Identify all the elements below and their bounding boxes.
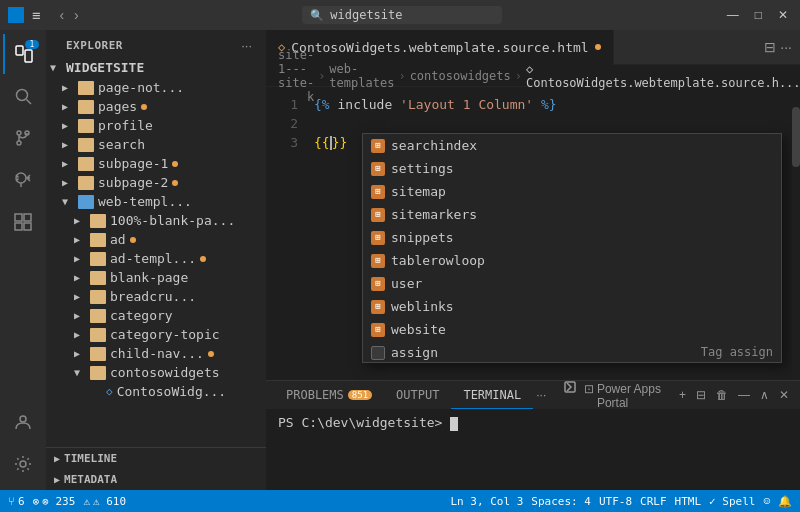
tree-item-pages[interactable]: ▶ pages bbox=[46, 97, 266, 116]
code-editor[interactable]: {% include 'Layout 1 Column' %} {{ }} ⊞ bbox=[306, 87, 792, 380]
ac-item-sitemap[interactable]: ⊞ sitemap bbox=[363, 180, 781, 203]
ac-item-user[interactable]: ⊞ user bbox=[363, 272, 781, 295]
status-position[interactable]: Ln 3, Col 3 bbox=[450, 495, 523, 508]
tree-item-breadcru[interactable]: ▶ breadcru... bbox=[46, 287, 266, 306]
tree-label: ad-templ... bbox=[110, 251, 196, 266]
status-warnings[interactable]: ⚠ ⚠ 610 bbox=[83, 495, 126, 508]
modified-badge bbox=[172, 161, 178, 167]
timeline-section[interactable]: ▶ TIMELINE bbox=[46, 448, 266, 469]
tree-root-widgetsite[interactable]: ▼ WIDGETSITE bbox=[46, 57, 266, 78]
titlebar-left: ≡ ‹ › bbox=[8, 7, 82, 23]
ac-item-label: sitemap bbox=[391, 182, 773, 201]
tree-item-category[interactable]: ▶ category bbox=[46, 306, 266, 325]
modified-badge bbox=[172, 180, 178, 186]
line-numbers: 1 2 3 bbox=[266, 87, 306, 380]
ac-item-sitemarkers[interactable]: ⊞ sitemarkers bbox=[363, 203, 781, 226]
terminal-source-label: ⊡ Power Apps Portal bbox=[584, 382, 661, 410]
editor-scrollbar[interactable] bbox=[792, 87, 800, 380]
ac-item-assign[interactable]: assign Tag assign bbox=[363, 341, 781, 363]
terminal-content[interactable]: PS C:\dev\widgetsite> bbox=[266, 409, 800, 490]
back-button[interactable]: ‹ bbox=[56, 7, 67, 23]
panel-minimize-button[interactable]: — bbox=[735, 388, 753, 402]
breadcrumb-part-2[interactable]: web-templates bbox=[329, 62, 394, 90]
editor-content[interactable]: 1 2 3 {% include 'Layout 1 Column' %} {{… bbox=[266, 87, 800, 380]
svg-rect-7 bbox=[15, 214, 22, 221]
panel-tab-output[interactable]: OUTPUT bbox=[384, 381, 451, 409]
tree-item-ad-templ[interactable]: ▶ ad-templ... bbox=[46, 249, 266, 268]
line-number: 3 bbox=[266, 133, 298, 152]
ac-item-tablerowloop[interactable]: ⊞ tablerowloop bbox=[363, 249, 781, 272]
explorer-badge: 1 bbox=[25, 40, 39, 49]
svg-point-2 bbox=[17, 90, 28, 101]
ac-item-icon: ⊞ bbox=[371, 277, 385, 291]
panel-tab-terminal[interactable]: TERMINAL bbox=[451, 381, 533, 409]
kill-terminal-button[interactable]: 🗑 bbox=[713, 388, 731, 402]
tree-item-category-topic[interactable]: ▶ category-topic bbox=[46, 325, 266, 344]
svg-rect-10 bbox=[24, 223, 31, 230]
activity-item-search[interactable] bbox=[3, 76, 43, 116]
close-button[interactable]: ✕ bbox=[774, 8, 792, 22]
panel-maximize-button[interactable]: ∧ bbox=[757, 388, 772, 402]
hamburger-menu[interactable]: ≡ bbox=[32, 7, 40, 23]
ac-item-website[interactable]: ⊞ website bbox=[363, 318, 781, 341]
editor-tab-main[interactable]: ◇ ContosoWidgets.webtemplate.source.html bbox=[266, 30, 614, 65]
tree-item-search[interactable]: ▶ search bbox=[46, 135, 266, 154]
tree-label: ContosoWidg... bbox=[117, 384, 227, 399]
split-terminal-button[interactable]: ⊟ bbox=[693, 388, 709, 402]
panel-close-button[interactable]: ✕ bbox=[776, 388, 792, 402]
breadcrumb-current[interactable]: ◇ ContosoWidgets.webtemplate.source.h... bbox=[526, 62, 800, 90]
activity-item-settings[interactable] bbox=[3, 444, 43, 484]
breadcrumb-part-3[interactable]: contosowidgets bbox=[410, 69, 511, 83]
tree-item-100-blank[interactable]: ▶ 100%-blank-pa... bbox=[46, 211, 266, 230]
panel-more-button[interactable]: ··· bbox=[533, 388, 549, 402]
activity-item-accounts[interactable] bbox=[3, 402, 43, 442]
status-line-ending[interactable]: CRLF bbox=[640, 495, 667, 508]
sidebar-more-button[interactable]: ··· bbox=[239, 38, 254, 53]
status-branch[interactable]: ⑂ 6 bbox=[8, 495, 25, 508]
status-bar-left: ⑂ 6 ⊗ ⊗ 235 ⚠ ⚠ 610 bbox=[8, 495, 126, 508]
svg-rect-0 bbox=[16, 46, 23, 55]
title-search-wrap[interactable]: 🔍 widgetsite bbox=[302, 6, 502, 24]
activity-item-debug[interactable] bbox=[3, 160, 43, 200]
tree-item-contosowidg2[interactable]: ◇ ContosoWidg... bbox=[46, 382, 266, 401]
spaces-text: Spaces: 4 bbox=[531, 495, 591, 508]
tree-item-subpage-1[interactable]: ▶ subpage-1 bbox=[46, 154, 266, 173]
tree-item-page-not[interactable]: ▶ page-not... bbox=[46, 78, 266, 97]
status-encoding[interactable]: UTF-8 bbox=[599, 495, 632, 508]
metadata-section[interactable]: ▶ METADATA bbox=[46, 469, 266, 490]
status-feedback[interactable]: ☺ bbox=[763, 495, 770, 508]
tab-filename: ContosoWidgets.webtemplate.source.html bbox=[291, 40, 588, 55]
tree-item-subpage-2[interactable]: ▶ subpage-2 bbox=[46, 173, 266, 192]
activity-item-extensions[interactable] bbox=[3, 202, 43, 242]
tree-item-profile[interactable]: ▶ profile bbox=[46, 116, 266, 135]
status-language[interactable]: HTML bbox=[675, 495, 702, 508]
folder-icon bbox=[90, 290, 106, 304]
tree-item-contosowidgets[interactable]: ▼ contosowidgets bbox=[46, 363, 266, 382]
more-actions-button[interactable]: ··· bbox=[780, 39, 792, 55]
panel-tab-problems[interactable]: PROBLEMS 851 bbox=[274, 381, 384, 409]
status-spell[interactable]: ✓ Spell bbox=[709, 495, 755, 508]
ac-item-icon: ⊞ bbox=[371, 254, 385, 268]
ac-item-snippets[interactable]: ⊞ snippets bbox=[363, 226, 781, 249]
activity-item-source-control[interactable] bbox=[3, 118, 43, 158]
tree-label: profile bbox=[98, 118, 153, 133]
activity-item-explorer[interactable]: 1 bbox=[3, 34, 43, 74]
new-terminal-button[interactable]: + bbox=[676, 388, 689, 402]
status-errors[interactable]: ⊗ ⊗ 235 bbox=[33, 495, 76, 508]
forward-button[interactable]: › bbox=[71, 7, 82, 23]
ac-item-searchindex[interactable]: ⊞ searchindex bbox=[363, 134, 781, 157]
folder-icon bbox=[78, 119, 94, 133]
status-spaces[interactable]: Spaces: 4 bbox=[531, 495, 591, 508]
minimize-button[interactable]: — bbox=[723, 8, 743, 22]
status-notifications[interactable]: 🔔 bbox=[778, 495, 792, 508]
sidebar-title: Explorer bbox=[66, 39, 123, 52]
panel-add-terminal-button[interactable]: ⊡ Power Apps Portal bbox=[553, 381, 672, 410]
tree-item-child-nav[interactable]: ▶ child-nav... bbox=[46, 344, 266, 363]
ac-item-weblinks[interactable]: ⊞ weblinks bbox=[363, 295, 781, 318]
tree-item-ad[interactable]: ▶ ad bbox=[46, 230, 266, 249]
open-editors-button[interactable]: ⊟ bbox=[764, 39, 776, 55]
tree-item-web-templ[interactable]: ▼ web-templ... bbox=[46, 192, 266, 211]
ac-item-settings[interactable]: ⊞ settings bbox=[363, 157, 781, 180]
tree-item-blank-page[interactable]: ▶ blank-page bbox=[46, 268, 266, 287]
maximize-button[interactable]: □ bbox=[751, 8, 766, 22]
